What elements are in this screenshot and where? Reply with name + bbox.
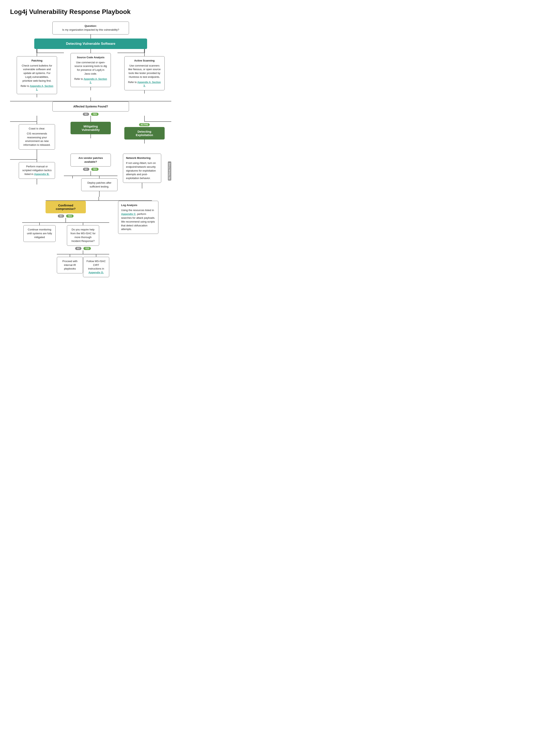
connector-right-v <box>144 53 145 56</box>
connector-left-v2 <box>37 94 37 97</box>
no-badge-1: NO <box>83 113 89 116</box>
patching-title: Patching <box>20 59 54 63</box>
confirmed-compromise-label: Confirmed compromise? <box>49 204 82 211</box>
affected-systems-label: Affected Systems Found? <box>73 105 108 108</box>
deploy-patches-label: Deploy patches after sufficient testing. <box>87 181 111 188</box>
active-scanning-title: Active Scanning <box>128 59 161 63</box>
flowchart: Question: Is my organization impacted by… <box>10 21 171 277</box>
mitigating-box: Mitigating Vulnerability <box>70 122 111 134</box>
continue-monitoring-box: Continue monitoring until systems are fu… <box>23 225 56 242</box>
connector-center-v2 <box>91 87 91 90</box>
follow-msisac-box: Follow MS-ISAC CIRT instructions in Appe… <box>83 257 109 277</box>
appendix-c-link[interactable]: Appendix C <box>121 213 136 216</box>
ms-isac-help-box: Do you require help from the MS-ISAC for… <box>67 225 99 246</box>
source-code-box: Source Code Analysis Use commercial or o… <box>70 53 111 87</box>
retroactive-label: RETROACTIVE <box>168 161 171 181</box>
detecting-vulnerable-box: Detecting Vulnerable Software <box>34 39 147 49</box>
yes-badge-3: YES <box>66 215 73 218</box>
connector-v1 <box>91 35 91 39</box>
question-text: Is my organization impacted by this vuln… <box>56 28 126 32</box>
proceed-ir-label: Proceed with internal IR playbooks <box>62 260 77 270</box>
no-badge-4: NO <box>75 247 81 250</box>
mitigating-label: Mitigating Vulnerability <box>74 125 108 131</box>
active-scanning-box: Active Scanning Use commercial scanners … <box>124 56 165 90</box>
source-code-link[interactable]: Appendix A, Section 2. <box>84 78 107 84</box>
appendix-d-link[interactable]: Appendix D. <box>89 271 104 274</box>
detecting-exploitation-label: Detecting Exploitation <box>127 130 161 137</box>
connector-center-v <box>91 49 91 53</box>
connector-coast-v <box>37 122 37 124</box>
connector-coast-v2 <box>37 150 37 154</box>
appendix-b-link[interactable]: Appendix B. <box>34 173 49 176</box>
confirmed-compromise-box: Confirmed compromise? <box>45 201 86 213</box>
coast-clear-box: Coast is clear. CIS recommends reassessi… <box>19 124 55 150</box>
patching-link[interactable]: Appendix A, Section 1. <box>30 85 53 91</box>
connector-mitigating-v2 <box>91 134 91 138</box>
active-scanning-link[interactable]: Appendix A, Section 3. <box>137 81 161 87</box>
active-badge: ACTIVE <box>139 123 150 126</box>
coast-clear-line2: CIS recommends reassessing your environm… <box>22 132 52 147</box>
network-monitoring-box: Network Monitoring If not using Albert, … <box>123 154 161 183</box>
coast-clear-line1: Coast is clear. <box>22 127 52 131</box>
no-badge-3: NO <box>58 215 64 218</box>
yes-badge-1: YES <box>91 113 98 116</box>
connector-right-v2 <box>144 90 145 94</box>
connector-detecting-v <box>144 139 145 144</box>
network-monitoring-title: Network Monitoring <box>126 156 158 160</box>
source-code-refer: Refer to Appendix A, Section 2. <box>74 77 107 84</box>
active-scanning-refer: Refer to Appendix A, Section 3. <box>128 81 161 88</box>
proceed-ir-box: Proceed with internal IR playbooks <box>57 257 83 274</box>
connector-manual-v <box>37 160 37 162</box>
connector-manual-v2 <box>37 179 37 185</box>
question-box: Question: Is my organization impacted by… <box>52 21 129 35</box>
connector-mitigating-v <box>91 116 91 122</box>
log-analysis-body: Using the resources listed in Appendix C… <box>121 209 155 231</box>
follow-msisac-text: Follow MS-ISAC CIRT instructions in <box>86 260 106 270</box>
continue-monitoring-text: Continue monitoring until systems are fu… <box>27 228 52 239</box>
vendor-patches-box: Are vendor patches available? <box>70 154 111 166</box>
source-code-title: Source Code Analysis <box>74 56 107 59</box>
active-scanning-body: Use commercial scanners like Nessus, or … <box>128 64 161 79</box>
question-label: Question: <box>56 24 126 28</box>
log-analysis-title: Log Analysis <box>121 203 155 207</box>
detecting-exploitation-box: Detecting Exploitation <box>124 127 165 139</box>
log-analysis-box: Log Analysis Using the resources listed … <box>118 201 158 234</box>
patching-body: Check current bulletins for vulnerable s… <box>20 64 54 83</box>
vendor-patches-label: Are vendor patches available? <box>78 157 103 163</box>
patching-refer: Refer to Appendix A, Section 1. <box>20 84 54 92</box>
perform-manual-box: Perform manual or scripted mitigation ta… <box>19 162 55 179</box>
deploy-patches-box: Deploy patches after sufficient testing. <box>81 178 118 191</box>
ms-isac-help-label: Do you require help from the MS-ISAC for… <box>70 228 96 243</box>
yes-badge-2: YES <box>91 168 99 171</box>
patching-box: Patching Check current bulletins for vul… <box>17 56 57 94</box>
source-code-body: Use commercial or open-source scanning t… <box>74 61 107 76</box>
page-title: Log4j Vulnerability Response Playbook <box>10 8 171 15</box>
yes-badge-4: YES <box>83 247 91 250</box>
no-badge-2: NO <box>83 168 89 171</box>
connector-left-v <box>37 53 37 56</box>
affected-systems-box: Affected Systems Found? <box>52 102 129 111</box>
network-monitoring-body: If not using Albert, turn on endpoint/ne… <box>126 161 158 180</box>
